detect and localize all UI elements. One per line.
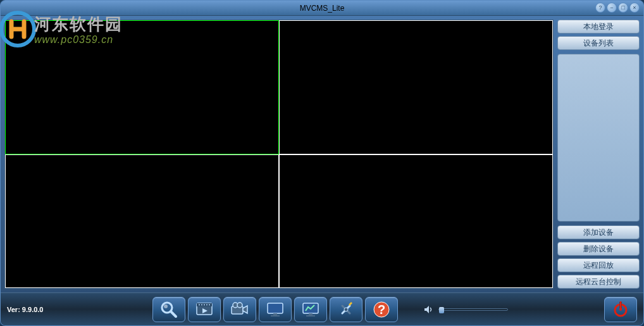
minimize-icon[interactable]: − — [607, 3, 617, 13]
settings-icon — [336, 299, 356, 320]
main-body: 河东软件园 www.pc0359.cn 本地登录 设备列表 添加设备 删除设备 … — [1, 16, 643, 292]
settings-button[interactable] — [330, 297, 362, 322]
close-icon[interactable]: × — [629, 3, 640, 13]
device-tree-panel — [557, 54, 640, 222]
svg-text:?: ? — [378, 303, 385, 317]
app-window: MVCMS_Lite ? − □ × 河东软件园 www.pc0359.cn — [0, 0, 644, 326]
video-cell-1[interactable] — [5, 20, 279, 154]
bottombar: Ver: 9.9.0.0 ? — [1, 292, 643, 325]
volume-thumb[interactable] — [439, 307, 444, 313]
maximize-icon[interactable]: □ — [618, 3, 628, 13]
svg-point-14 — [237, 303, 242, 308]
record-button[interactable] — [223, 297, 256, 322]
volume-icon — [423, 304, 433, 315]
svg-point-6 — [199, 304, 200, 305]
device-list-button[interactable]: 设备列表 — [557, 36, 640, 50]
svg-point-10 — [209, 304, 210, 305]
local-login-button[interactable]: 本地登录 — [557, 20, 640, 34]
svg-rect-18 — [271, 315, 280, 317]
svg-point-9 — [206, 304, 207, 305]
svg-marker-25 — [424, 306, 429, 313]
sidebar: 本地登录 设备列表 添加设备 删除设备 远程回放 远程云台控制 — [557, 20, 640, 289]
playback-button[interactable] — [188, 297, 221, 322]
display-icon — [265, 299, 285, 320]
power-button[interactable] — [604, 297, 637, 322]
volume-control — [423, 304, 508, 315]
svg-rect-16 — [268, 303, 283, 313]
power-icon — [611, 300, 630, 319]
svg-point-7 — [201, 304, 202, 305]
svg-rect-17 — [273, 313, 277, 315]
video-cell-4[interactable] — [279, 154, 553, 289]
svg-rect-20 — [309, 313, 313, 315]
help-window-icon[interactable]: ? — [595, 3, 605, 13]
svg-marker-15 — [243, 306, 247, 313]
video-grid: 河东软件园 www.pc0359.cn — [4, 20, 554, 289]
monitor-button[interactable] — [294, 297, 327, 322]
volume-slider[interactable] — [438, 308, 508, 311]
window-controls: ? − □ × — [595, 3, 640, 13]
svg-point-8 — [204, 304, 205, 305]
titlebar: MVCMS_Lite ? − □ × — [1, 1, 643, 16]
remote-playback-button[interactable]: 远程回放 — [557, 258, 640, 272]
help-icon: ? — [371, 299, 392, 320]
version-label: Ver: 9.9.0.0 — [7, 306, 152, 313]
record-icon — [230, 299, 250, 320]
remote-ptz-button[interactable]: 远程云台控制 — [557, 275, 640, 289]
video-cell-3[interactable] — [5, 154, 279, 289]
svg-point-22 — [344, 308, 348, 311]
monitor-icon — [300, 299, 321, 320]
search-icon — [159, 299, 179, 320]
playback-icon — [194, 299, 214, 320]
toolbar: ? — [152, 297, 398, 322]
video-cell-2[interactable] — [279, 20, 553, 154]
add-device-button[interactable]: 添加设备 — [557, 225, 640, 239]
help-button[interactable]: ? — [365, 297, 398, 322]
svg-rect-21 — [306, 315, 315, 317]
display-button[interactable] — [259, 297, 292, 322]
svg-line-2 — [171, 311, 176, 317]
delete-device-button[interactable]: 删除设备 — [557, 242, 640, 256]
search-button[interactable] — [152, 297, 185, 322]
window-title: MVCMS_Lite — [300, 4, 345, 13]
svg-point-3 — [164, 304, 168, 308]
